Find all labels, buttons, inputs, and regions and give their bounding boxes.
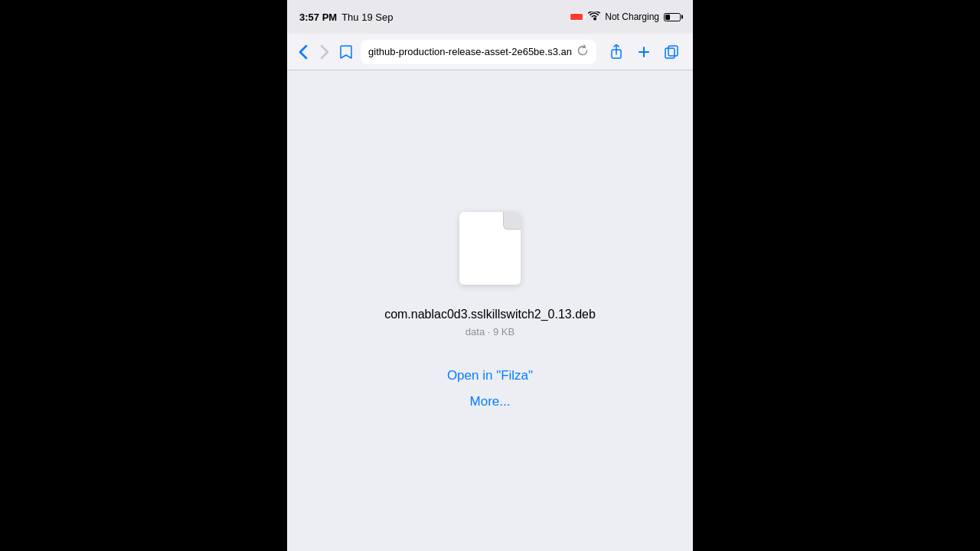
browser-nav-bar: github-production-release-asset-2e65be.s… xyxy=(287,34,693,70)
action-links: Open in "Filza" More... xyxy=(447,368,533,409)
forward-button[interactable] xyxy=(318,40,332,64)
battery-icon xyxy=(664,13,681,21)
battery-low-icon xyxy=(570,13,583,21)
add-tab-button[interactable] xyxy=(632,40,656,64)
status-bar: 3:57 PM Thu 19 Sep Not Charging xyxy=(287,0,693,34)
back-button[interactable] xyxy=(296,40,310,64)
share-button[interactable] xyxy=(604,40,629,64)
battery-fill xyxy=(665,15,670,20)
status-right: Not Charging xyxy=(570,11,681,23)
bookmark-button[interactable] xyxy=(339,40,353,64)
charging-status: Not Charging xyxy=(605,11,659,22)
svg-rect-2 xyxy=(668,46,678,56)
status-date: Thu 19 Sep xyxy=(341,11,393,23)
main-content: com.nablac0d3.sslkillswitch2_0.13.deb da… xyxy=(287,70,693,551)
file-icon xyxy=(459,212,521,285)
file-name: com.nablac0d3.sslkillswitch2_0.13.deb xyxy=(384,308,596,321)
open-in-filza-link[interactable]: Open in "Filza" xyxy=(447,368,533,383)
reload-button[interactable] xyxy=(577,44,589,60)
file-meta: data · 9 KB xyxy=(466,326,514,337)
tabs-button[interactable] xyxy=(659,40,684,64)
address-bar[interactable]: github-production-release-asset-2e65be.s… xyxy=(361,40,596,64)
more-link[interactable]: More... xyxy=(470,394,511,409)
url-text: github-production-release-asset-2e65be.s… xyxy=(368,46,572,57)
status-left: 3:57 PM Thu 19 Sep xyxy=(299,11,393,23)
ipad-screen: 3:57 PM Thu 19 Sep Not Charging xyxy=(287,0,693,551)
wifi-icon xyxy=(588,11,600,23)
status-time: 3:57 PM xyxy=(299,11,337,23)
svg-rect-1 xyxy=(665,48,675,58)
nav-right-buttons xyxy=(604,40,684,64)
file-icon-container xyxy=(459,212,521,285)
